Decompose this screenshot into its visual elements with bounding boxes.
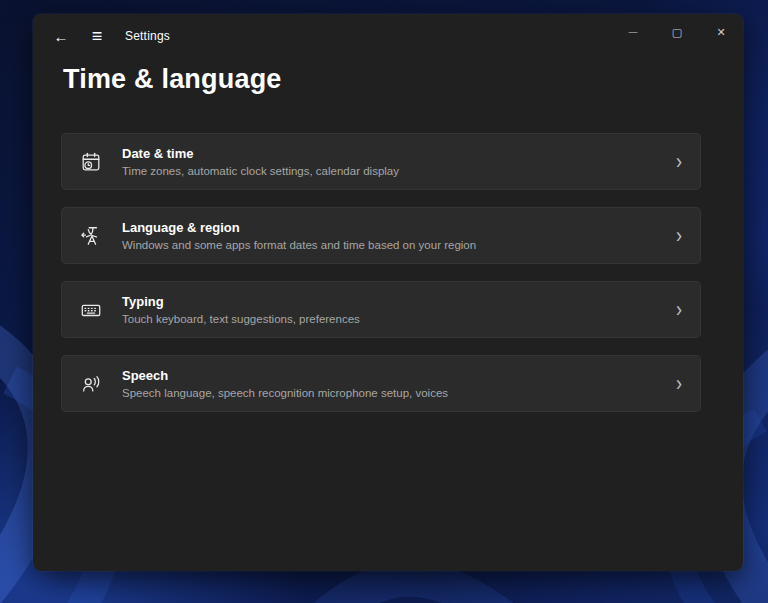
chevron-right-icon: › — [676, 373, 682, 395]
card-label: Speech — [122, 368, 658, 383]
close-button[interactable]: ✕ — [699, 14, 743, 50]
minimize-icon: — — [629, 27, 638, 37]
speech-icon — [78, 373, 104, 395]
page-content: Time & language Date & time Time — [33, 58, 743, 412]
card-description: Time zones, automatic clock settings, ca… — [122, 165, 658, 177]
titlebar: ← ≡ Settings — ▢ ✕ — [33, 14, 743, 58]
card-label: Date & time — [122, 146, 658, 161]
app-title: Settings — [125, 29, 170, 43]
back-icon: ← — [54, 28, 69, 45]
card-description: Speech language, speech recognition micr… — [122, 387, 658, 399]
navigation-menu-button[interactable]: ≡ — [79, 20, 115, 52]
settings-card-speech[interactable]: Speech Speech language, speech recogniti… — [61, 355, 701, 412]
calendar-clock-icon — [78, 151, 104, 173]
close-icon: ✕ — [716, 26, 725, 39]
card-label: Language & region — [122, 220, 658, 235]
card-label: Typing — [122, 294, 658, 309]
settings-card-list: Date & time Time zones, automatic clock … — [61, 133, 701, 412]
maximize-button[interactable]: ▢ — [655, 14, 699, 50]
window-controls: — ▢ ✕ — [611, 14, 743, 50]
card-description: Windows and some apps format dates and t… — [122, 239, 658, 251]
settings-card-typing[interactable]: Typing Touch keyboard, text suggestions,… — [61, 281, 701, 338]
hamburger-icon: ≡ — [92, 26, 103, 47]
page-title: Time & language — [63, 64, 701, 95]
card-description: Touch keyboard, text suggestions, prefer… — [122, 313, 658, 325]
chevron-right-icon: › — [676, 225, 682, 247]
minimize-button[interactable]: — — [611, 14, 655, 50]
settings-card-language-region[interactable]: Language & region Windows and some apps … — [61, 207, 701, 264]
maximize-icon: ▢ — [672, 26, 682, 39]
keyboard-icon — [78, 299, 104, 321]
language-region-icon — [78, 225, 104, 247]
settings-window: ← ≡ Settings — ▢ ✕ Time & language — [33, 14, 743, 571]
settings-card-date-time[interactable]: Date & time Time zones, automatic clock … — [61, 133, 701, 190]
back-button[interactable]: ← — [43, 20, 79, 52]
chevron-right-icon: › — [676, 151, 682, 173]
chevron-right-icon: › — [676, 299, 682, 321]
